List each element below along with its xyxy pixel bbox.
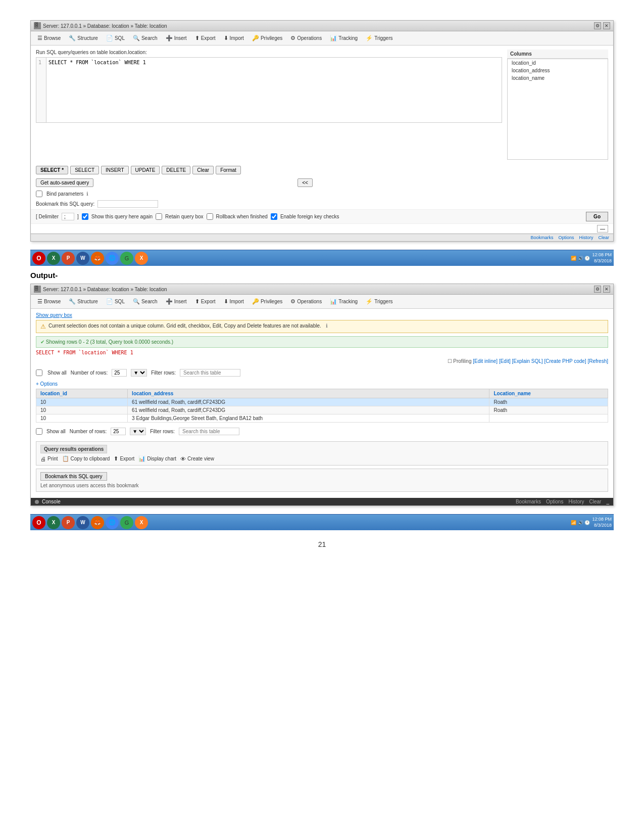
column-item-location_name[interactable]: location_name	[508, 74, 608, 82]
w2-triggers-btn[interactable]: ⚡ Triggers	[362, 297, 396, 306]
window2-gear-btn[interactable]: ⚙	[594, 286, 601, 293]
update-btn[interactable]: UPDATE	[131, 166, 160, 174]
bind-params-checkbox[interactable]	[36, 191, 42, 197]
display-chart-link[interactable]: 📊 Display chart	[138, 455, 176, 462]
status-bookmarks[interactable]: Bookmarks	[530, 235, 553, 240]
delimiter-input[interactable]	[62, 213, 74, 220]
tracking-btn[interactable]: 📊 Tracking	[326, 33, 361, 43]
taskbar2-chrome-btn[interactable]: 🌐	[106, 516, 119, 529]
show-query-box-link[interactable]: Show query box	[36, 312, 72, 318]
privileges-btn[interactable]: 🔑 Privileges	[249, 33, 286, 43]
ppt-btn[interactable]: P	[62, 252, 75, 265]
w2-import-btn[interactable]: ⬇ Import	[220, 297, 247, 306]
w2-browse-btn[interactable]: ☰ Browse	[34, 297, 64, 306]
rows-select-top[interactable]: ▼	[131, 369, 147, 377]
sort-name-link[interactable]: Location_name	[493, 391, 530, 396]
select-btn[interactable]: SELECT	[70, 166, 99, 174]
show-all-checkbox-bottom[interactable]	[36, 428, 42, 435]
show-query-checkbox[interactable]	[82, 213, 88, 220]
bookmark-input[interactable]	[97, 200, 158, 208]
search-btn[interactable]: 🔍 Search	[129, 33, 161, 43]
word-btn[interactable]: W	[76, 252, 89, 265]
rollback-checkbox[interactable]	[207, 213, 213, 220]
copy-link[interactable]: 📋 Copy to clipboard	[62, 455, 110, 462]
w2-sql-btn[interactable]: 📄 SQL	[103, 297, 128, 306]
chrome2-btn[interactable]: G	[120, 252, 133, 265]
status-history[interactable]: History	[579, 235, 593, 240]
rows-input-top[interactable]	[112, 369, 127, 377]
retain-query-checkbox[interactable]	[156, 213, 162, 220]
foreign-key-checkbox[interactable]	[271, 213, 277, 220]
taskbar2-firefox-btn[interactable]: 🦊	[91, 516, 104, 529]
structure-btn[interactable]: 🔧 Structure	[65, 33, 102, 43]
xampp-btn[interactable]: X	[135, 252, 148, 265]
close-btn[interactable]: ✕	[603, 22, 610, 29]
delimiter-row: [ Delimiter ] Show this query here again…	[31, 209, 613, 223]
w2-status-bookmarks[interactable]: Bookmarks	[516, 499, 541, 504]
insert-sql-btn[interactable]: INSERT	[101, 166, 129, 174]
taskbar2-word-btn[interactable]: W	[76, 516, 89, 529]
export-btn[interactable]: ⬆ Export	[191, 33, 219, 43]
import-btn[interactable]: ⬇ Import	[220, 33, 247, 43]
operations-btn[interactable]: ⚙ Operations	[287, 33, 325, 43]
collapse-columns-btn[interactable]: <<	[298, 178, 313, 187]
gear-btn[interactable]: ⚙	[594, 22, 601, 29]
w2-privileges-btn[interactable]: 🔑 Privileges	[249, 297, 286, 306]
filter-input-top[interactable]	[180, 369, 240, 377]
status-clear[interactable]: Clear	[598, 235, 609, 240]
firefox-btn[interactable]: 🦊	[91, 252, 104, 265]
sort-address-link[interactable]: location_address	[132, 391, 173, 396]
th-name[interactable]: Location_name	[489, 389, 608, 398]
th-id[interactable]: location_id	[36, 389, 128, 398]
taskbar2-ppt-btn[interactable]: P	[62, 516, 75, 529]
filter-input-bottom[interactable]	[179, 428, 239, 435]
sql-btn[interactable]: 📄 SQL	[103, 33, 128, 43]
select-asterisk-btn[interactable]: SELECT *	[36, 166, 68, 174]
go-btn[interactable]: Go	[586, 212, 608, 221]
w2-search-btn[interactable]: 🔍 Search	[129, 297, 161, 306]
w2-export-btn[interactable]: ⬆ Export	[191, 297, 219, 306]
w2-structure-btn[interactable]: 🔧 Structure	[65, 297, 102, 306]
browse-btn[interactable]: ☰ Browse	[34, 33, 64, 43]
taskbar2-opera-btn[interactable]: O	[32, 516, 45, 529]
w2-insert-btn[interactable]: ➕ Insert	[162, 297, 190, 306]
refresh-link[interactable]: [Refresh]	[587, 358, 608, 364]
w2-tracking-btn[interactable]: 📊 Tracking	[326, 297, 361, 306]
sql-textarea[interactable]: SELECT * FROM `location` WHERE 1	[46, 57, 502, 123]
taskbar2-excel-btn[interactable]: X	[47, 516, 60, 529]
edit-link[interactable]: [Edit]	[499, 358, 511, 364]
excel-btn[interactable]: X	[47, 252, 60, 265]
rows-input-bottom[interactable]	[111, 428, 126, 435]
th-address[interactable]: location_address	[128, 389, 489, 398]
w2-status-history[interactable]: History	[568, 499, 584, 504]
clear-btn[interactable]: Clear	[192, 166, 214, 174]
options-link[interactable]: + Options	[36, 381, 58, 387]
column-item-location_address[interactable]: location_address	[508, 67, 608, 74]
create-view-link[interactable]: 👁 Create view	[180, 456, 214, 462]
export-results-link[interactable]: ⬆ Export	[114, 455, 134, 462]
create-php-link[interactable]: [Create PHP code]	[544, 358, 586, 364]
taskbar2-xampp-btn[interactable]: X	[135, 516, 148, 529]
insert-btn[interactable]: ➕ Insert	[162, 33, 190, 43]
window2-close-btn[interactable]: ✕	[603, 286, 610, 293]
collapse-btn[interactable]: —	[597, 225, 608, 233]
edit-inline-link[interactable]: [Edit inline]	[473, 358, 498, 364]
triggers-btn[interactable]: ⚡ Triggers	[362, 33, 396, 43]
w2-status-clear[interactable]: Clear	[589, 499, 602, 504]
chrome-btn[interactable]: 🌐	[106, 252, 119, 265]
print-link[interactable]: 🖨 Print	[40, 456, 58, 462]
format-btn[interactable]: Format	[216, 166, 241, 174]
bookmark-sql-btn[interactable]: Bookmark this SQL query	[40, 472, 107, 481]
rows-select-bottom[interactable]: ▼	[130, 428, 146, 435]
w2-operations-btn[interactable]: ⚙ Operations	[287, 297, 325, 306]
w2-status-options[interactable]: Options	[546, 499, 563, 504]
delete-btn[interactable]: DELETE	[162, 166, 190, 174]
status-options[interactable]: Options	[558, 235, 574, 240]
sort-id-link[interactable]: location_id	[40, 391, 67, 396]
taskbar2-chrome2-btn[interactable]: G	[120, 516, 133, 529]
opera-btn[interactable]: O	[32, 252, 45, 265]
explain-sql-link[interactable]: [Explain SQL]	[512, 358, 543, 364]
column-item-location_id[interactable]: location_id	[508, 59, 608, 67]
get-auto-saved-btn[interactable]: Get auto-saved query	[36, 178, 93, 187]
show-all-checkbox-top[interactable]	[36, 369, 42, 376]
